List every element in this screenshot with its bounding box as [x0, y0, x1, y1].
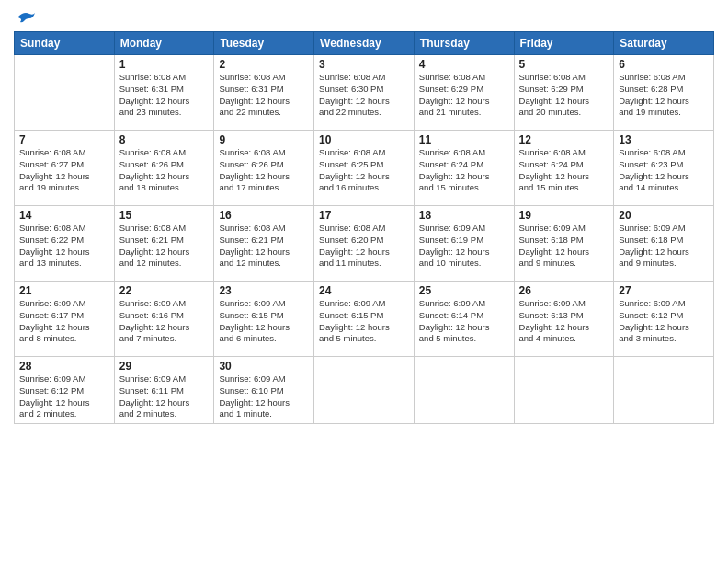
day-cell-3: 3Sunrise: 6:08 AM Sunset: 6:30 PM Daylig…: [314, 55, 415, 131]
day-info: Sunrise: 6:09 AM Sunset: 6:14 PM Dayligh…: [419, 298, 509, 345]
day-info: Sunrise: 6:08 AM Sunset: 6:24 PM Dayligh…: [519, 147, 609, 194]
day-info: Sunrise: 6:08 AM Sunset: 6:21 PM Dayligh…: [219, 223, 309, 270]
day-cell-15: 15Sunrise: 6:08 AM Sunset: 6:21 PM Dayli…: [114, 206, 214, 282]
day-number: 5: [519, 58, 609, 71]
day-cell-20: 20Sunrise: 6:09 AM Sunset: 6:18 PM Dayli…: [614, 206, 714, 282]
day-number: 11: [419, 133, 509, 146]
day-info: Sunrise: 6:08 AM Sunset: 6:31 PM Dayligh…: [119, 72, 210, 119]
weekday-header-wednesday: Wednesday: [314, 32, 415, 55]
day-info: Sunrise: 6:09 AM Sunset: 6:17 PM Dayligh…: [19, 298, 109, 345]
day-number: 12: [519, 133, 609, 146]
day-number: 29: [119, 360, 210, 373]
day-number: 23: [219, 284, 309, 297]
day-info: Sunrise: 6:08 AM Sunset: 6:30 PM Dayligh…: [319, 72, 409, 119]
day-cell-5: 5Sunrise: 6:08 AM Sunset: 6:29 PM Daylig…: [514, 55, 614, 131]
day-info: Sunrise: 6:08 AM Sunset: 6:27 PM Dayligh…: [19, 147, 109, 194]
day-number: 14: [19, 209, 109, 222]
day-info: Sunrise: 6:09 AM Sunset: 6:18 PM Dayligh…: [619, 223, 709, 270]
empty-cell: [15, 55, 115, 131]
empty-cell: [414, 357, 514, 424]
day-cell-1: 1Sunrise: 6:08 AM Sunset: 6:31 PM Daylig…: [114, 55, 214, 131]
day-info: Sunrise: 6:09 AM Sunset: 6:12 PM Dayligh…: [19, 373, 109, 420]
day-number: 13: [619, 133, 709, 146]
day-cell-24: 24Sunrise: 6:09 AM Sunset: 6:15 PM Dayli…: [314, 282, 415, 357]
day-cell-17: 17Sunrise: 6:08 AM Sunset: 6:20 PM Dayli…: [314, 206, 415, 282]
day-info: Sunrise: 6:08 AM Sunset: 6:29 PM Dayligh…: [419, 72, 509, 119]
day-number: 10: [319, 133, 409, 146]
week-row-1: 1Sunrise: 6:08 AM Sunset: 6:31 PM Daylig…: [15, 55, 714, 131]
weekday-header-tuesday: Tuesday: [214, 32, 314, 55]
day-number: 7: [19, 133, 109, 146]
day-info: Sunrise: 6:09 AM Sunset: 6:13 PM Dayligh…: [519, 298, 609, 345]
day-info: Sunrise: 6:08 AM Sunset: 6:23 PM Dayligh…: [619, 147, 709, 194]
day-info: Sunrise: 6:09 AM Sunset: 6:15 PM Dayligh…: [219, 298, 309, 345]
day-cell-10: 10Sunrise: 6:08 AM Sunset: 6:25 PM Dayli…: [314, 131, 415, 206]
day-cell-4: 4Sunrise: 6:08 AM Sunset: 6:29 PM Daylig…: [414, 55, 514, 131]
day-cell-28: 28Sunrise: 6:09 AM Sunset: 6:12 PM Dayli…: [15, 357, 115, 424]
weekday-header-thursday: Thursday: [414, 32, 514, 55]
header: [14, 9, 714, 26]
day-number: 20: [619, 209, 709, 222]
day-info: Sunrise: 6:09 AM Sunset: 6:18 PM Dayligh…: [519, 223, 609, 270]
day-cell-8: 8Sunrise: 6:08 AM Sunset: 6:26 PM Daylig…: [114, 131, 214, 206]
day-cell-2: 2Sunrise: 6:08 AM Sunset: 6:31 PM Daylig…: [214, 55, 314, 131]
week-row-3: 14Sunrise: 6:08 AM Sunset: 6:22 PM Dayli…: [15, 206, 714, 282]
day-cell-25: 25Sunrise: 6:09 AM Sunset: 6:14 PM Dayli…: [414, 282, 514, 357]
weekday-header-friday: Friday: [514, 32, 614, 55]
day-cell-13: 13Sunrise: 6:08 AM Sunset: 6:23 PM Dayli…: [614, 131, 714, 206]
day-cell-29: 29Sunrise: 6:09 AM Sunset: 6:11 PM Dayli…: [114, 357, 214, 424]
day-info: Sunrise: 6:09 AM Sunset: 6:19 PM Dayligh…: [419, 223, 509, 270]
empty-cell: [614, 357, 714, 424]
day-number: 24: [319, 284, 409, 297]
weekday-header-monday: Monday: [114, 32, 214, 55]
day-info: Sunrise: 6:08 AM Sunset: 6:28 PM Dayligh…: [619, 72, 709, 119]
weekday-header-saturday: Saturday: [614, 32, 714, 55]
day-number: 9: [219, 133, 309, 146]
day-info: Sunrise: 6:08 AM Sunset: 6:29 PM Dayligh…: [519, 72, 609, 119]
day-number: 27: [619, 284, 709, 297]
weekday-header-sunday: Sunday: [15, 32, 115, 55]
day-cell-23: 23Sunrise: 6:09 AM Sunset: 6:15 PM Dayli…: [214, 282, 314, 357]
day-number: 21: [19, 284, 109, 297]
day-info: Sunrise: 6:08 AM Sunset: 6:20 PM Dayligh…: [319, 223, 409, 270]
day-cell-9: 9Sunrise: 6:08 AM Sunset: 6:26 PM Daylig…: [214, 131, 314, 206]
week-row-2: 7Sunrise: 6:08 AM Sunset: 6:27 PM Daylig…: [15, 131, 714, 206]
day-number: 6: [619, 58, 709, 71]
day-number: 1: [119, 58, 210, 71]
day-info: Sunrise: 6:08 AM Sunset: 6:24 PM Dayligh…: [419, 147, 509, 194]
day-info: Sunrise: 6:08 AM Sunset: 6:26 PM Dayligh…: [219, 147, 309, 194]
day-number: 30: [219, 360, 309, 373]
day-cell-16: 16Sunrise: 6:08 AM Sunset: 6:21 PM Dayli…: [214, 206, 314, 282]
day-number: 2: [219, 58, 309, 71]
day-info: Sunrise: 6:08 AM Sunset: 6:25 PM Dayligh…: [319, 147, 409, 194]
day-cell-6: 6Sunrise: 6:08 AM Sunset: 6:28 PM Daylig…: [614, 55, 714, 131]
day-cell-18: 18Sunrise: 6:09 AM Sunset: 6:19 PM Dayli…: [414, 206, 514, 282]
day-info: Sunrise: 6:08 AM Sunset: 6:22 PM Dayligh…: [19, 223, 109, 270]
day-cell-19: 19Sunrise: 6:09 AM Sunset: 6:18 PM Dayli…: [514, 206, 614, 282]
logo-bird-icon: [17, 9, 37, 26]
day-number: 4: [419, 58, 509, 71]
day-cell-11: 11Sunrise: 6:08 AM Sunset: 6:24 PM Dayli…: [414, 131, 514, 206]
calendar: SundayMondayTuesdayWednesdayThursdayFrid…: [14, 31, 714, 424]
day-number: 19: [519, 209, 609, 222]
day-cell-30: 30Sunrise: 6:09 AM Sunset: 6:10 PM Dayli…: [214, 357, 314, 424]
day-number: 22: [119, 284, 210, 297]
day-cell-14: 14Sunrise: 6:08 AM Sunset: 6:22 PM Dayli…: [15, 206, 115, 282]
day-number: 8: [119, 133, 210, 146]
day-number: 28: [19, 360, 109, 373]
day-number: 3: [319, 58, 409, 71]
day-number: 25: [419, 284, 509, 297]
day-number: 17: [319, 209, 409, 222]
day-info: Sunrise: 6:08 AM Sunset: 6:21 PM Dayligh…: [119, 223, 210, 270]
page: SundayMondayTuesdayWednesdayThursdayFrid…: [0, 0, 728, 563]
day-info: Sunrise: 6:09 AM Sunset: 6:16 PM Dayligh…: [119, 298, 210, 345]
day-cell-27: 27Sunrise: 6:09 AM Sunset: 6:12 PM Dayli…: [614, 282, 714, 357]
day-cell-22: 22Sunrise: 6:09 AM Sunset: 6:16 PM Dayli…: [114, 282, 214, 357]
day-cell-26: 26Sunrise: 6:09 AM Sunset: 6:13 PM Dayli…: [514, 282, 614, 357]
day-info: Sunrise: 6:09 AM Sunset: 6:10 PM Dayligh…: [219, 373, 309, 420]
empty-cell: [514, 357, 614, 424]
day-number: 18: [419, 209, 509, 222]
day-info: Sunrise: 6:09 AM Sunset: 6:15 PM Dayligh…: [319, 298, 409, 345]
day-number: 16: [219, 209, 309, 222]
day-cell-21: 21Sunrise: 6:09 AM Sunset: 6:17 PM Dayli…: [15, 282, 115, 357]
